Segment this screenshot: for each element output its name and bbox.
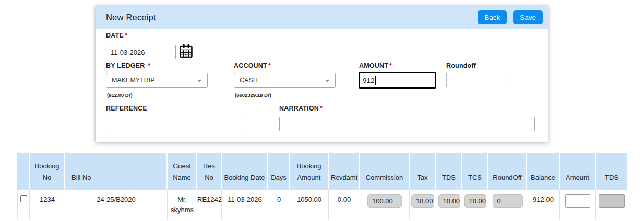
tax-disabled-field: 18.00 [411,194,434,208]
row-checkbox[interactable] [20,195,27,202]
panel-actions: Back Save [478,10,543,24]
cell-amount [560,189,596,220]
required-asterisk: * [125,32,127,39]
required-asterisk: * [148,62,150,69]
new-receipt-panel: New Receipt Back Save DATE* BY LEDGER * … [96,5,548,142]
amount-label-text: AMOUNT [359,62,388,69]
header-tds2: TDS [596,153,627,189]
roundoff-input[interactable] [446,73,507,87]
cell-booking-amount: 1050.00 [290,189,329,220]
save-button[interactable]: Save [513,10,543,24]
by-ledger-label: BY LEDGER * [106,62,150,69]
header-commission: Commission [360,153,410,189]
cell-roundoff: 0 [488,189,527,220]
row-amount-input[interactable] [565,194,590,208]
cell-guest-name: Mr. skyhms [168,189,197,220]
date-input[interactable] [106,45,176,59]
cell-tcs: 10.00 [462,189,488,220]
required-asterisk: * [268,62,271,69]
date-label-text: DATE [106,32,124,39]
required-asterisk: * [320,105,323,112]
roundoff-label: Roundoff [446,62,476,69]
calendar-icon[interactable] [178,44,193,59]
receipts-table-container: Booking No Bill No Guest Name Res No Boo… [17,153,627,220]
cell-tds-input [596,189,627,220]
header-rcvdamt: Rcvdamt [329,153,360,189]
amount-input[interactable]: 912 [359,72,436,89]
table-row: 1234 24-25/B2020 Mr. skyhms RE1242 11-03… [17,189,627,220]
header-select [17,153,30,189]
commission-disabled-field: 100.00 [367,194,402,208]
header-tcs: TCS [462,153,488,189]
by-ledger-selected-value: MAKEMYTRIP [112,77,155,84]
amount-value: 912 [363,77,375,84]
roundoff-disabled-field: 0 [493,194,523,208]
cell-days: 0 [268,189,290,220]
header-amount: Amount [560,153,596,189]
tds-disabled-field: 10.00 [438,194,460,208]
narration-label: NARRATION* [279,105,323,112]
header-balance: Balance [527,153,560,189]
reference-label: REFERENCE [106,105,147,112]
header-guest-name: Guest Name [168,153,197,189]
panel-body: DATE* BY LEDGER * MAKEMYTRIP (912.00 Dr)… [96,29,548,142]
header-booking-no: Booking No [30,153,65,189]
narration-label-text: NARRATION [279,105,319,112]
cell-res-no: RE1242 [197,189,222,220]
tcs-disabled-field: 10.00 [464,194,486,208]
account-balance: (6602329.18 Dr) [235,92,271,98]
cell-commission: 100.00 [360,189,410,220]
panel-header: New Receipt Back Save [96,5,548,29]
date-label: DATE* [106,32,127,39]
account-selected-value: CASH [240,77,258,84]
by-ledger-select[interactable]: MAKEMYTRIP [106,73,208,88]
text-cursor [375,76,376,85]
by-ledger-balance: (912.00 Dr) [107,92,133,98]
cell-tax: 18.00 [410,189,436,220]
header-tds: TDS [436,153,462,189]
required-asterisk: * [389,62,392,69]
by-ledger-label-text: BY LEDGER [106,62,145,69]
chevron-down-icon [325,80,329,82]
cell-rcvdamt: 0.00 [329,189,360,220]
calendar-icon-svg [179,44,193,59]
cell-select [17,189,30,220]
cell-tds: 10.00 [436,189,462,220]
header-booking-date: Booking Date [222,153,268,189]
header-bill-no: Bill No [65,153,168,189]
table-header-row: Booking No Bill No Guest Name Res No Boo… [17,153,627,189]
header-days: Days [268,153,290,189]
header-tax: Tax [410,153,436,189]
back-button[interactable]: Back [478,10,507,24]
cell-bill-no: 24-25/B2020 [65,189,168,220]
account-label-text: ACCOUNT [234,62,267,69]
header-roundoff: RoundOff [488,153,527,189]
amount-label: AMOUNT* [359,62,392,69]
reference-input[interactable] [106,117,248,131]
header-res-no: Res No [197,153,222,189]
cell-balance: 912.00 [527,189,560,220]
row-tds-input [599,194,625,208]
narration-input[interactable] [279,117,535,131]
receipts-table: Booking No Bill No Guest Name Res No Boo… [17,153,627,220]
chevron-down-icon [197,80,201,82]
cell-booking-date: 11-03-2026 [222,189,268,220]
account-label: ACCOUNT* [234,62,271,69]
page-title: New Receipt [106,13,156,22]
header-booking-amount: Booking Amount [290,153,329,189]
cell-booking-no: 1234 [30,189,65,220]
account-select[interactable]: CASH [234,73,336,88]
